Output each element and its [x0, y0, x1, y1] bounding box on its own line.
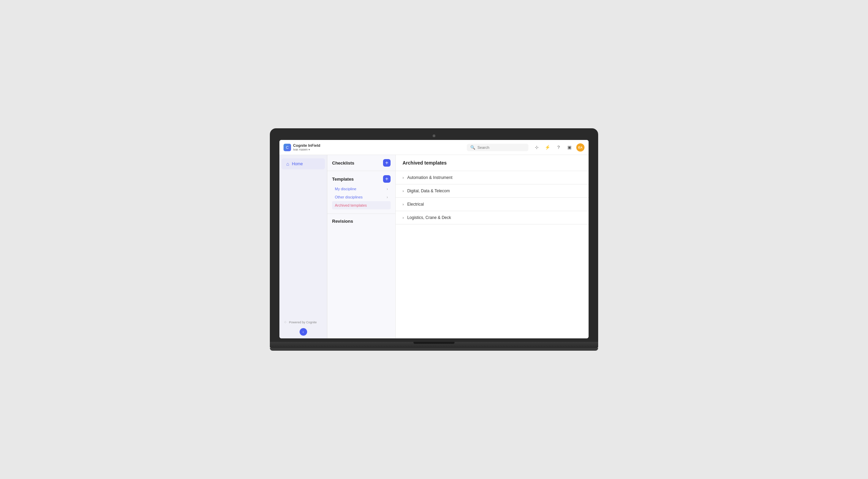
templates-header: Templates + [332, 175, 391, 183]
other-disciplines-arrow: › [387, 195, 388, 199]
layout-icon[interactable]: ▣ [565, 143, 574, 152]
search-input[interactable] [477, 145, 518, 150]
help-icon[interactable]: ? [554, 143, 563, 152]
nav-item-other-disciplines[interactable]: Other disciplines › [332, 193, 391, 201]
home-icon: ⌂ [286, 161, 289, 167]
accordion-label-automation: Automation & Instrument [407, 175, 452, 180]
templates-title: Templates [332, 177, 354, 182]
brand-icon: C [284, 144, 291, 151]
sidebar: ⌂ Home ⁘ Powered by Cognite ‹ [279, 155, 327, 338]
powered-by-label: Powered by Cognite [289, 321, 317, 324]
topbar-icons: ⊹ ⚡ ? ▣ EA [532, 143, 584, 152]
grid-icon[interactable]: ⊹ [532, 143, 541, 152]
accordion-item-logistics[interactable]: › Logistics, Crane & Deck [396, 211, 589, 224]
cognite-logo-icon: ⁘ [284, 320, 287, 325]
revisions-title: Revisions [332, 219, 353, 224]
laptop-screen: C Cognite InField Ivar Aasen ▾ 🔍 [279, 140, 589, 338]
add-checklist-button[interactable]: + [383, 159, 391, 167]
accordion-arrow-logistics: › [403, 216, 404, 220]
accordion-arrow-electrical: › [403, 202, 404, 206]
search-bar[interactable]: 🔍 [467, 144, 528, 151]
archived-templates-label: Archived templates [335, 203, 367, 207]
right-panel-header: Archived templates [396, 155, 589, 171]
checklists-section: Checklists + [327, 155, 395, 171]
topbar: C Cognite InField Ivar Aasen ▾ 🔍 [279, 140, 589, 155]
brand-text: Cognite InField Ivar Aasen ▾ [293, 143, 320, 151]
right-panel: Archived templates › Automation & Instru… [396, 155, 589, 338]
sidebar-nav: ⌂ Home [279, 155, 327, 316]
sidebar-collapse-button[interactable]: ‹ [300, 328, 307, 336]
avatar[interactable]: EA [576, 143, 584, 152]
user-dropdown-chevron: ▾ [308, 148, 310, 151]
accordion-label-electrical: Electrical [407, 202, 424, 207]
accordion-arrow-digital: › [403, 189, 404, 193]
accordion-item-electrical[interactable]: › Electrical [396, 198, 589, 211]
laptop-base [270, 342, 598, 348]
laptop-body: C Cognite InField Ivar Aasen ▾ 🔍 [270, 128, 598, 342]
my-discipline-label: My discipline [335, 187, 356, 191]
search-icon: 🔍 [470, 145, 475, 150]
laptop-bottom [270, 348, 598, 351]
accordion-arrow-automation: › [403, 176, 404, 180]
sidebar-item-home[interactable]: ⌂ Home [281, 158, 325, 169]
accordion-list: › Automation & Instrument › Digital, Dat… [396, 171, 589, 224]
revisions-section: Revisions [327, 214, 395, 228]
checklists-title: Checklists [332, 160, 354, 166]
nav-item-my-discipline[interactable]: My discipline › [332, 185, 391, 193]
nav-item-archived-templates[interactable]: Archived templates [332, 201, 391, 209]
brand-user: Ivar Aasen ▾ [293, 148, 320, 151]
sidebar-footer: ⁘ Powered by Cognite [279, 316, 327, 328]
laptop-camera [433, 134, 435, 137]
accordion-item-automation[interactable]: › Automation & Instrument [396, 171, 589, 184]
brand[interactable]: C Cognite InField Ivar Aasen ▾ [284, 143, 325, 151]
main-layout: ⌂ Home ⁘ Powered by Cognite ‹ [279, 155, 589, 338]
brand-title: Cognite InField [293, 143, 320, 148]
checklists-header: Checklists + [332, 159, 391, 167]
templates-section: Templates + My discipline › Other discip… [327, 171, 395, 214]
sidebar-item-label: Home [292, 161, 303, 166]
templates-nav: My discipline › Other disciplines › Arch… [332, 185, 391, 209]
other-disciplines-label: Other disciplines [335, 195, 363, 199]
laptop-frame: C Cognite InField Ivar Aasen ▾ 🔍 [270, 128, 598, 351]
accordion-label-digital: Digital, Data & Telecom [407, 189, 450, 193]
my-discipline-arrow: › [387, 187, 388, 191]
middle-panel: Checklists + Templates + My discipline [327, 155, 396, 338]
add-template-button[interactable]: + [383, 175, 391, 183]
lightning-icon[interactable]: ⚡ [543, 143, 552, 152]
right-panel-title: Archived templates [403, 160, 447, 166]
accordion-item-digital[interactable]: › Digital, Data & Telecom [396, 184, 589, 198]
accordion-label-logistics: Logistics, Crane & Deck [407, 215, 451, 220]
